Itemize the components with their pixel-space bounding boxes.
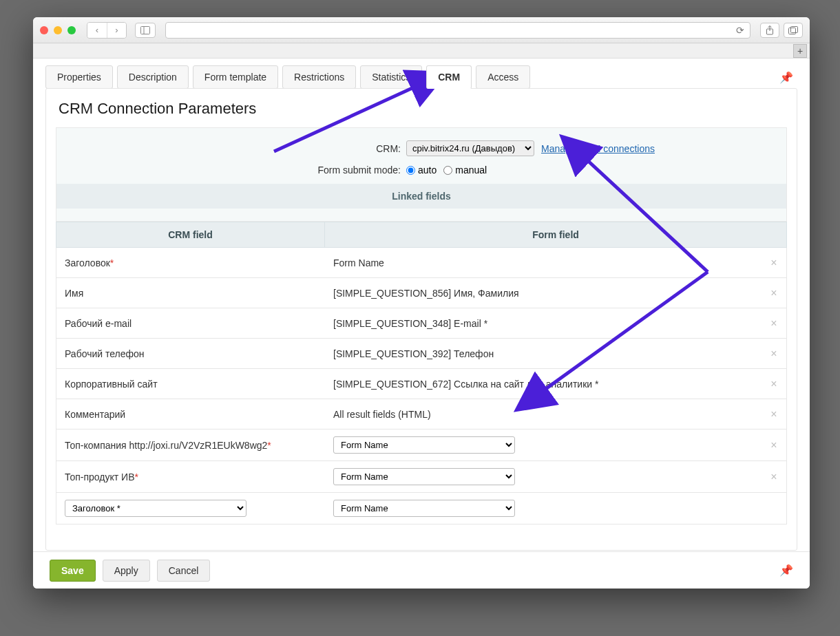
- apply-button[interactable]: Apply: [103, 560, 150, 582]
- grid-header-crm: CRM field: [56, 222, 325, 247]
- form-field-cell: [SIMPLE_QUESTION_672] Ссылка на сайт для…: [325, 372, 762, 396]
- linked-fields-grid: CRM field Form field Заголовок*Form Name…: [56, 222, 787, 524]
- delete-row-button[interactable]: ×: [762, 471, 786, 483]
- crm-label: CRM:: [56, 143, 406, 154]
- radio-manual[interactable]: manual: [443, 165, 487, 176]
- form-field-cell: [SIMPLE_QUESTION_856] Имя, Фамилия: [325, 281, 762, 306]
- form-field-select[interactable]: Form Name: [333, 468, 515, 485]
- radio-manual-input[interactable]: [443, 166, 452, 175]
- sidebar-toggle-button[interactable]: [135, 23, 156, 38]
- reload-icon[interactable]: ⟳: [736, 25, 744, 36]
- crm-field-cell: Комментарий: [56, 402, 325, 427]
- svg-rect-5: [791, 26, 798, 32]
- new-crm-field-select[interactable]: Заголовок *: [65, 500, 246, 517]
- crm-field-cell: Рабочий телефон: [56, 341, 325, 366]
- window-zoom-button[interactable]: [67, 26, 76, 34]
- save-button[interactable]: Save: [50, 560, 96, 582]
- traffic-lights: [40, 26, 76, 34]
- submit-mode-row: Form submit mode: auto manual: [56, 165, 786, 176]
- tabs-icon: [788, 26, 798, 34]
- grid-header: CRM field Form field: [56, 222, 787, 248]
- table-row: Рабочий e-mail[SIMPLE_QUESTION_348] E-ma…: [56, 308, 787, 339]
- tab-access[interactable]: Access: [476, 65, 530, 89]
- delete-row-button[interactable]: ×: [762, 257, 786, 269]
- tab-properties[interactable]: Properties: [45, 65, 113, 89]
- footer-bar: Save Apply Cancel 📌: [33, 551, 810, 589]
- form-field-select[interactable]: Form Name: [333, 436, 515, 454]
- delete-row-button[interactable]: ×: [762, 317, 786, 330]
- toolbar-right-buttons: [760, 23, 803, 38]
- table-row: Корпоративный сайт[SIMPLE_QUESTION_672] …: [56, 369, 787, 399]
- content: Properties Description Form template Res…: [33, 59, 810, 589]
- form-area: CRM: cpiv.bitrix24.ru (Давыдов) Manage C…: [56, 127, 787, 222]
- window-minimize-button[interactable]: [54, 26, 62, 34]
- delete-row-button[interactable]: ×: [762, 439, 786, 452]
- window-close-button[interactable]: [40, 26, 48, 34]
- crm-field-cell: Заголовок*: [56, 251, 325, 275]
- delete-row-button[interactable]: ×: [762, 287, 786, 299]
- delete-row-button[interactable]: ×: [762, 378, 786, 390]
- table-row: Рабочий телефон[SIMPLE_QUESTION_392] Тел…: [56, 339, 787, 369]
- tabs-button[interactable]: [784, 23, 803, 38]
- required-marker: *: [110, 257, 114, 268]
- form-field-cell: [SIMPLE_QUESTION_348] E-mail *: [325, 311, 762, 336]
- content-tabs: Properties Description Form template Res…: [33, 59, 810, 89]
- url-bar[interactable]: ⟳: [165, 22, 750, 39]
- table-row: Топ-компания http://joxi.ru/V2VzR1EUkW8w…: [56, 430, 787, 461]
- crm-field-cell: Рабочий e-mail: [56, 311, 325, 336]
- grid-header-form: Form field: [325, 222, 786, 247]
- tab-strip: +: [33, 43, 810, 59]
- table-row: КомментарийAll result fields (HTML)×: [56, 399, 787, 430]
- table-row: Топ-продукт ИВ*Form Name×: [56, 461, 787, 493]
- radio-manual-label: manual: [455, 165, 487, 176]
- delete-row-button[interactable]: ×: [762, 408, 786, 421]
- crm-row: CRM: cpiv.bitrix24.ru (Давыдов) Manage C…: [56, 140, 786, 156]
- page-title: CRM Connection Parameters: [46, 89, 797, 127]
- sidebar-icon: [140, 26, 150, 34]
- required-marker: *: [267, 440, 271, 451]
- form-field-cell: [SIMPLE_QUESTION_392] Телефон: [325, 341, 762, 366]
- form-field-cell: Form Name: [325, 430, 762, 460]
- browser-window: ‹ › ⟳ + Properties Description Form temp…: [33, 17, 810, 589]
- new-mapping-row: Заголовок * Form Name: [56, 493, 787, 524]
- crm-field-cell: Корпоративный сайт: [56, 372, 325, 396]
- table-row: Заголовок*Form Name×: [56, 248, 787, 278]
- form-field-cell: Form Name: [325, 251, 762, 275]
- main-panel: CRM Connection Parameters CRM: cpiv.bitr…: [45, 88, 797, 551]
- nav-buttons: ‹ ›: [87, 22, 127, 39]
- footer-pin-icon[interactable]: 📌: [779, 564, 793, 577]
- crm-field-cell: Имя: [56, 281, 325, 306]
- tab-crm[interactable]: CRM: [426, 65, 472, 89]
- svg-rect-4: [789, 28, 796, 34]
- radio-auto[interactable]: auto: [406, 165, 437, 176]
- share-icon: [766, 25, 774, 35]
- linked-fields-header: Linked fields: [56, 184, 786, 209]
- crm-select[interactable]: cpiv.bitrix24.ru (Давыдов): [406, 140, 534, 156]
- form-field-cell: All result fields (HTML): [325, 402, 762, 427]
- table-row: Имя[SIMPLE_QUESTION_856] Имя, Фамилия×: [56, 278, 787, 308]
- crm-field-cell: Топ-компания http://joxi.ru/V2VzR1EUkW8w…: [56, 433, 325, 458]
- required-marker: *: [135, 471, 138, 483]
- submit-mode-label: Form submit mode:: [56, 165, 406, 176]
- crm-field-cell: Топ-продукт ИВ*: [56, 465, 325, 489]
- radio-auto-label: auto: [418, 165, 437, 176]
- delete-row-button[interactable]: ×: [762, 348, 786, 360]
- forward-button[interactable]: ›: [107, 23, 126, 38]
- tab-restrictions[interactable]: Restrictions: [282, 65, 356, 89]
- cancel-button[interactable]: Cancel: [157, 560, 211, 582]
- new-tab-button[interactable]: +: [793, 44, 807, 58]
- form-field-cell: Form Name: [325, 461, 762, 492]
- pin-icon[interactable]: 📌: [775, 67, 797, 88]
- back-button[interactable]: ‹: [87, 23, 107, 38]
- tab-statistics[interactable]: Statistics: [360, 65, 422, 89]
- tab-form-template[interactable]: Form template: [193, 65, 278, 89]
- manage-crm-link[interactable]: Manage CRM connections: [541, 143, 655, 154]
- new-form-field-select[interactable]: Form Name: [333, 500, 515, 517]
- radio-auto-input[interactable]: [406, 166, 415, 175]
- title-bar: ‹ › ⟳: [33, 17, 810, 43]
- svg-rect-0: [141, 26, 150, 34]
- tab-description[interactable]: Description: [117, 65, 189, 89]
- share-button[interactable]: [760, 23, 779, 38]
